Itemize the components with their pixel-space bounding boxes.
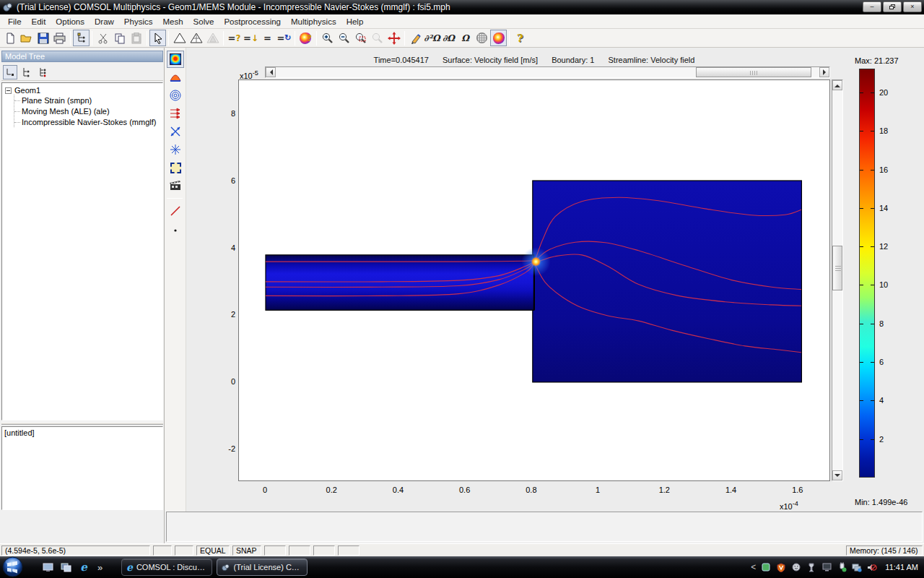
zoom-window-button[interactable] (352, 30, 369, 46)
show-desktop-icon[interactable] (42, 561, 53, 573)
menu-options[interactable]: Options (51, 16, 90, 27)
zoom-extents-button[interactable] (369, 30, 385, 46)
horizontal-scroll-thumb[interactable] (696, 67, 811, 77)
deformed-shape-button[interactable] (167, 123, 184, 140)
menu-multiphysics[interactable]: Multiphysics (286, 16, 341, 27)
boundary-mode-button[interactable]: ∂Ω (440, 30, 457, 46)
update-tray-icon[interactable] (806, 562, 816, 572)
colorbar-tick-mark (860, 92, 863, 93)
pan-button[interactable] (385, 30, 402, 46)
message-log[interactable] (166, 512, 923, 542)
scroll-left-button[interactable] (266, 67, 276, 77)
colorbar-tick-mark (871, 246, 874, 247)
snap-mode-toggle[interactable]: SNAP (232, 545, 261, 556)
domain-plot-button[interactable] (167, 159, 184, 176)
mesh-mode-button[interactable] (474, 30, 490, 46)
scroll-right-button[interactable] (819, 67, 829, 77)
initialize-mesh-button[interactable] (171, 30, 188, 46)
plot-frame[interactable] (238, 79, 830, 481)
height-plot-button[interactable] (167, 69, 184, 86)
menu-postprocessing[interactable]: Postprocessing (219, 16, 286, 27)
antivirus-shield-icon[interactable] (776, 562, 786, 572)
select-pointer-button[interactable] (149, 30, 166, 46)
taskbar-clock[interactable]: 11:41 AM (885, 563, 918, 571)
untitled-list[interactable]: [untitled] (1, 426, 163, 510)
plot-parameters-button[interactable]: ? (297, 30, 314, 46)
taskbar-button-comsol[interactable]: (Trial License) COM... (217, 558, 308, 576)
restore-button[interactable] (883, 1, 902, 12)
animation-button[interactable] (167, 177, 184, 194)
menu-physics[interactable]: Physics (119, 16, 158, 27)
copy-button[interactable] (111, 30, 128, 46)
minimize-button[interactable]: – (863, 1, 881, 12)
solver-parameters-button[interactable]: =? (226, 30, 243, 46)
safely-remove-hardware-icon[interactable] (837, 562, 847, 572)
draw-mode-button[interactable] (407, 30, 424, 46)
paste-button[interactable] (128, 30, 144, 46)
open-button[interactable] (18, 30, 35, 46)
refine-mesh-button[interactable] (188, 30, 204, 46)
menu-edit[interactable]: Edit (27, 16, 51, 27)
start-button[interactable] (2, 556, 23, 577)
restart-solver-button[interactable]: =↓ (243, 30, 259, 46)
solve-button[interactable]: = (259, 30, 276, 46)
draw-point-button[interactable] (167, 222, 184, 239)
tree-view-2-button[interactable] (19, 65, 34, 79)
menu-file[interactable]: File (3, 16, 27, 27)
internet-explorer-icon[interactable]: e (78, 561, 90, 573)
tray-app-icon[interactable] (761, 562, 771, 572)
surface-plot-button[interactable] (167, 51, 184, 68)
tree-item[interactable]: Moving Mesh (ALE) (ale) (14, 105, 161, 116)
toolbar-separator (168, 31, 169, 46)
arrow-plot-button[interactable] (167, 105, 184, 122)
quick-launch-chevron-icon[interactable]: » (97, 562, 103, 573)
menu-draw[interactable]: Draw (90, 16, 119, 27)
volume-muted-icon[interactable] (867, 562, 877, 572)
scroll-up-button[interactable] (832, 80, 842, 90)
tree-view-1-button[interactable] (3, 65, 17, 79)
point-mode-button[interactable]: ∂²Ω (424, 30, 440, 46)
close-button[interactable]: × (903, 1, 922, 12)
display-tray-icon[interactable] (821, 562, 832, 572)
panel-splitter[interactable] (1, 422, 163, 425)
update-model-button[interactable]: =↻ (276, 30, 292, 46)
vertical-scrollbar[interactable] (832, 79, 843, 481)
plot-canvas[interactable] (239, 80, 831, 482)
postprocessing-mode-button[interactable] (490, 30, 507, 46)
contour-plot-button[interactable] (167, 87, 184, 104)
taskbar-button-browser[interactable]: e COMSOL : Discussio... (121, 558, 212, 576)
save-button[interactable] (35, 30, 51, 46)
tree-item[interactable]: Incompressible Navier-Stokes (mmglf) (14, 116, 161, 127)
network-status-icon[interactable] (852, 562, 862, 572)
coarsen-mesh-button[interactable] (204, 30, 221, 46)
print-button[interactable] (51, 30, 68, 46)
equal-mode-toggle[interactable]: EQUAL (196, 545, 230, 556)
vertical-scroll-thumb[interactable] (832, 246, 842, 290)
colorbar-tick-label: 16 (879, 165, 888, 174)
cut-button[interactable] (95, 30, 111, 46)
tree-view-3-button[interactable] (36, 65, 51, 79)
menu-solve[interactable]: Solve (188, 16, 219, 27)
model-tree-toggle-button[interactable] (73, 30, 90, 46)
horizontal-scrollbar[interactable] (265, 66, 830, 78)
messenger-status-icon[interactable] (791, 562, 801, 572)
title-bar[interactable]: (Trial License) COMSOL Multiphysics - Ge… (0, 0, 924, 14)
new-button[interactable] (1, 30, 18, 46)
tree-item[interactable]: Plane Strain (smpn) (14, 95, 161, 105)
colorbar-tick-label: 4 (879, 396, 884, 405)
tray-chevron-icon[interactable]: < (751, 562, 756, 572)
menu-mesh[interactable]: Mesh (157, 16, 188, 27)
zoom-in-button[interactable] (319, 30, 336, 46)
draw-line-button[interactable] (167, 202, 184, 220)
zoom-out-button[interactable] (336, 30, 352, 46)
comsol-app-icon (222, 563, 230, 572)
subdomain-mode-button[interactable]: Ω (457, 30, 474, 46)
scroll-down-button[interactable] (832, 470, 842, 480)
colorbar-tick-label: 2 (879, 435, 884, 444)
help-button[interactable]: ? (512, 30, 528, 46)
switch-windows-icon[interactable] (60, 561, 71, 573)
menu-help[interactable]: Help (341, 16, 369, 27)
collapse-icon[interactable] (5, 87, 12, 94)
tree-item-geom1[interactable]: Geom1 (4, 86, 161, 95)
particle-tracing-button[interactable] (167, 141, 184, 158)
